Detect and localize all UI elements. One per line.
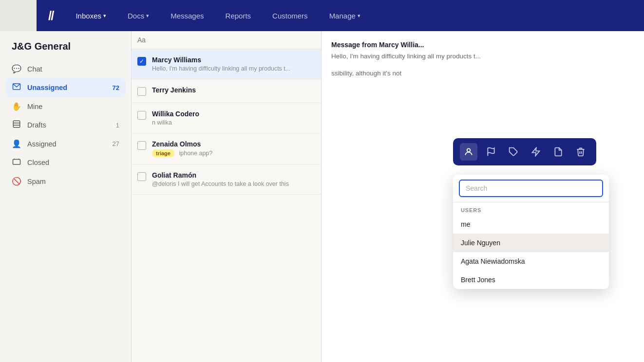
toolbar-popup <box>453 138 596 165</box>
sidebar-item-unassigned[interactable]: Unassigned 72 <box>6 78 125 97</box>
conv-preview-marcy: Hello, I'm having difficulty linking all… <box>152 65 315 72</box>
sidebar-item-drafts[interactable]: Drafts 1 <box>6 115 125 135</box>
svg-rect-1 <box>13 121 20 127</box>
drafts-badge: 1 <box>116 122 119 129</box>
sidebar-item-chat[interactable]: 💬 Chat <box>6 60 125 78</box>
detail-accessibility-text: ssibility, although it's not <box>331 69 634 78</box>
manage-chevron-icon: ▾ <box>358 13 360 19</box>
top-navigation: // Inboxes ▾ Docs ▾ Messages Reports Cus… <box>37 0 644 31</box>
svg-point-7 <box>467 148 471 152</box>
sidebar-item-assigned[interactable]: 👤 Assigned 27 <box>6 135 125 153</box>
label-button[interactable] <box>505 143 522 161</box>
sidebar-item-mine[interactable]: ✋ Mine <box>6 97 125 115</box>
assign-button[interactable] <box>460 143 477 161</box>
conv-name-marcy: Marcy Williams <box>152 56 315 64</box>
nav-manage[interactable]: Manage ▾ <box>326 10 363 22</box>
unassigned-badge: 72 <box>113 84 119 91</box>
conv-preview-zenaida: triage iphone app? <box>152 149 315 157</box>
nav-customers[interactable]: Customers <box>269 10 311 22</box>
conv-name-willika: Willika Codero <box>152 110 315 118</box>
conv-checkbox-willika[interactable] <box>137 111 146 120</box>
nav-messages[interactable]: Messages <box>168 10 207 22</box>
assign-option-me[interactable]: me <box>453 215 609 234</box>
conv-checkbox-goliat[interactable] <box>137 172 146 181</box>
triage-badge: triage <box>152 149 174 157</box>
note-button[interactable] <box>549 143 567 161</box>
sidebar: J&G General 💬 Chat Unassigned 72 ✋ Mine … <box>0 31 132 362</box>
conv-item-zenaida[interactable]: Zenaida Olmos triage iphone app? <box>132 133 321 164</box>
sidebar-title: J&G General <box>6 41 125 52</box>
unassigned-icon <box>12 82 21 93</box>
assign-dropdown: USERS me Julie Nguyen Agata Niewiadomska… <box>453 175 609 289</box>
assigned-badge: 27 <box>113 140 119 147</box>
flag-button[interactable] <box>482 143 500 161</box>
detail-content: Message from Marcy Willia... Hello, I'm … <box>322 31 644 89</box>
delete-button[interactable] <box>572 143 589 161</box>
conv-search-bar <box>132 31 321 49</box>
assigned-icon: 👤 <box>12 139 21 148</box>
app-logo: // <box>48 8 53 23</box>
main-layout: J&G General 💬 Chat Unassigned 72 ✋ Mine … <box>0 31 644 362</box>
detail-panel: Message from Marcy Willia... Hello, I'm … <box>322 31 644 362</box>
sidebar-item-closed[interactable]: Closed <box>6 153 125 172</box>
nav-docs[interactable]: Docs ▾ <box>125 10 152 22</box>
assign-option-brett[interactable]: Brett Jones <box>453 271 609 289</box>
conv-checkbox-marcy[interactable]: ✓ <box>137 57 146 66</box>
svg-rect-4 <box>13 160 20 165</box>
action-button[interactable] <box>527 143 545 161</box>
nav-inboxes[interactable]: Inboxes ▾ <box>73 10 109 22</box>
users-section-label: USERS <box>453 202 609 215</box>
assign-search-container <box>453 175 609 202</box>
closed-icon <box>12 157 21 168</box>
docs-chevron-icon: ▾ <box>146 13 149 19</box>
conv-item-willika[interactable]: Willika Codero n wilika <box>132 103 321 133</box>
conv-item-goliat[interactable]: Goliat Ramón @deloris I will get Account… <box>132 164 321 195</box>
assign-search-input[interactable] <box>459 180 603 197</box>
detail-message-body: Hello, I'm having difficulty linking all… <box>331 52 634 61</box>
conv-item-marcy[interactable]: ✓ Marcy Williams Hello, I'm having diffi… <box>132 49 321 79</box>
spam-icon: 🚫 <box>12 177 21 186</box>
drafts-icon <box>12 120 21 130</box>
conv-name-zenaida: Zenaida Olmos <box>152 140 315 148</box>
conv-preview-goliat: @deloris I will get Accounts to take a l… <box>152 181 315 187</box>
conv-name-goliat: Goliat Ramón <box>152 171 315 179</box>
inboxes-chevron-icon: ▾ <box>103 13 106 19</box>
mine-icon: ✋ <box>12 102 21 111</box>
chat-icon: 💬 <box>12 64 21 73</box>
svg-marker-10 <box>532 148 540 156</box>
conv-checkbox-zenaida[interactable] <box>137 141 146 150</box>
assign-option-julie[interactable]: Julie Nguyen <box>453 234 609 252</box>
sidebar-item-spam[interactable]: 🚫 Spam <box>6 172 125 190</box>
assign-option-agata[interactable]: Agata Niewiadomska <box>453 252 609 271</box>
conv-item-terry[interactable]: Terry Jenkins <box>132 79 321 103</box>
conv-preview-willika: n wilika <box>152 119 315 126</box>
conv-search-input[interactable] <box>137 36 315 44</box>
nav-reports[interactable]: Reports <box>223 10 254 22</box>
detail-message-header: Message from Marcy Willia... <box>331 41 634 49</box>
conversation-list: ✓ Marcy Williams Hello, I'm having diffi… <box>132 31 322 362</box>
conv-checkbox-terry[interactable] <box>137 87 146 96</box>
conv-name-terry: Terry Jenkins <box>152 86 315 94</box>
